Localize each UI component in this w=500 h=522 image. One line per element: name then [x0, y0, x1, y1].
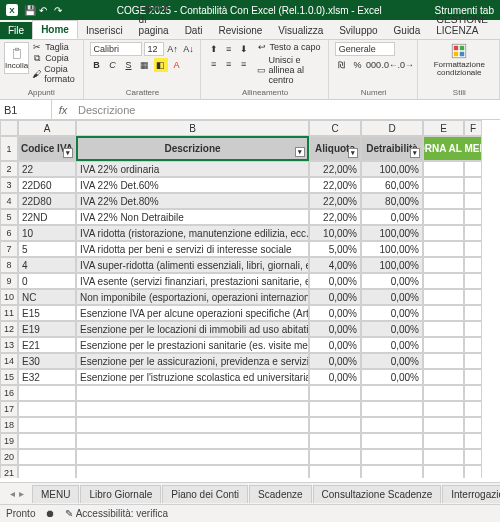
col-header[interactable]: C [309, 120, 361, 136]
cell[interactable]: 0,00% [361, 273, 423, 289]
ribbon-tab-sviluppo[interactable]: Sviluppo [331, 22, 385, 39]
row-header[interactable]: 18 [0, 417, 18, 433]
cell[interactable]: IVA 22% Det.80% [76, 193, 309, 209]
cell[interactable] [423, 193, 464, 209]
merge-button[interactable]: ▭Unisci e allinea al centro [257, 55, 324, 85]
cell[interactable] [309, 449, 361, 465]
cell[interactable] [423, 385, 464, 401]
underline-button[interactable]: S [122, 58, 136, 72]
cell[interactable]: IVA ridotta (ristorazione, manutenzione … [76, 225, 309, 241]
cell[interactable] [423, 289, 464, 305]
row-header[interactable]: 7 [0, 241, 18, 257]
cell[interactable]: 100,00% [361, 241, 423, 257]
filter-dropdown-icon[interactable]: ▾ [295, 147, 305, 157]
cell[interactable] [423, 257, 464, 273]
ribbon-tab-home[interactable]: Home [32, 20, 78, 39]
cell[interactable]: 0,00% [309, 337, 361, 353]
cell[interactable]: 0,00% [361, 305, 423, 321]
dec-decimal-icon[interactable]: .0→ [399, 58, 413, 72]
tab-nav-first-icon[interactable]: ◂ [10, 488, 15, 499]
cell[interactable] [18, 401, 76, 417]
col-header[interactable]: B [76, 120, 309, 136]
cell[interactable]: Esenzione per le assicurazioni, previden… [76, 353, 309, 369]
col-header[interactable]: F [464, 120, 482, 136]
ribbon-tab-acrobat[interactable]: Acrobat [496, 22, 500, 39]
row-header[interactable]: 2 [0, 161, 18, 177]
cell[interactable] [18, 433, 76, 449]
cell[interactable]: NC [18, 289, 76, 305]
cell[interactable]: 22,00% [309, 209, 361, 225]
cell[interactable] [464, 369, 482, 385]
cell[interactable] [464, 273, 482, 289]
cell[interactable]: IVA ridotta per beni e servizi di intere… [76, 241, 309, 257]
cell[interactable] [464, 193, 482, 209]
cell[interactable]: E21 [18, 337, 76, 353]
cell[interactable] [18, 417, 76, 433]
undo-icon[interactable]: ↶ [39, 5, 49, 15]
cell[interactable]: 100,00% [361, 257, 423, 273]
align-left-icon[interactable]: ≡ [207, 57, 221, 71]
row-header[interactable]: 4 [0, 193, 18, 209]
col-header[interactable] [0, 120, 18, 136]
cell[interactable] [423, 449, 464, 465]
align-right-icon[interactable]: ≡ [237, 57, 251, 71]
ribbon-tab-visualizza[interactable]: Visualizza [270, 22, 331, 39]
name-box[interactable]: B1 [0, 100, 52, 119]
cell[interactable]: 5,00% [309, 241, 361, 257]
cell[interactable] [423, 241, 464, 257]
sheet-tab[interactable]: Interrogazione Conti [442, 485, 500, 503]
cell[interactable] [423, 337, 464, 353]
ribbon-tab-gestione-licenza[interactable]: GESTIONE LICENZA [428, 11, 496, 39]
table-header-d[interactable]: Detraibilità▾ [361, 136, 423, 161]
percent-icon[interactable]: % [351, 58, 365, 72]
cell[interactable] [464, 465, 482, 478]
decrease-font-icon[interactable]: A↓ [182, 42, 196, 56]
row-header[interactable]: 17 [0, 401, 18, 417]
row-header[interactable]: 12 [0, 321, 18, 337]
font-select[interactable]: Calibri [90, 42, 142, 56]
fill-color-button[interactable]: ◧ [154, 58, 168, 72]
align-center-icon[interactable]: ≡ [222, 57, 236, 71]
cell[interactable]: 22 [18, 161, 76, 177]
font-size-select[interactable]: 12 [144, 42, 164, 56]
copy-button[interactable]: ⧉Copia [32, 53, 78, 63]
italic-button[interactable]: C [106, 58, 120, 72]
cell[interactable] [464, 417, 482, 433]
cell[interactable] [464, 209, 482, 225]
cell[interactable]: 0,00% [309, 321, 361, 337]
row-header[interactable]: 13 [0, 337, 18, 353]
ribbon-tab-file[interactable]: File [0, 22, 32, 39]
cell[interactable] [361, 385, 423, 401]
cell[interactable] [76, 401, 309, 417]
cell[interactable] [361, 433, 423, 449]
cell[interactable] [76, 449, 309, 465]
row-header[interactable]: 5 [0, 209, 18, 225]
cell[interactable]: 100,00% [361, 225, 423, 241]
sheet-tab[interactable]: MENU [32, 485, 79, 503]
filter-dropdown-icon[interactable]: ▾ [63, 148, 73, 158]
cell[interactable]: Esenzione per le prestazioni sanitarie (… [76, 337, 309, 353]
cell[interactable] [464, 225, 482, 241]
cell[interactable] [309, 401, 361, 417]
sheet-tab[interactable]: Scadenze [249, 485, 311, 503]
cell[interactable]: IVA super-ridotta (alimenti essenziali, … [76, 257, 309, 273]
tab-nav-prev-icon[interactable]: ▸ [19, 488, 24, 499]
cell[interactable] [464, 401, 482, 417]
row-header[interactable]: 19 [0, 433, 18, 449]
filter-dropdown-icon[interactable]: ▾ [348, 148, 358, 158]
cell[interactable]: 22,00% [309, 161, 361, 177]
number-format-select[interactable]: Generale [335, 42, 395, 56]
row-header[interactable]: 11 [0, 305, 18, 321]
cell[interactable]: 0,00% [309, 289, 361, 305]
cell[interactable] [423, 273, 464, 289]
cell[interactable]: 22,00% [309, 177, 361, 193]
ribbon-tab-revisione[interactable]: Revisione [210, 22, 270, 39]
col-header[interactable]: E [423, 120, 464, 136]
cell[interactable] [76, 385, 309, 401]
cell[interactable]: Esenzione IVA per alcune operazioni spec… [76, 305, 309, 321]
ribbon-tab-dati[interactable]: Dati [177, 22, 211, 39]
cell[interactable]: Non imponibile (esportazioni, operazioni… [76, 289, 309, 305]
cell[interactable]: 10 [18, 225, 76, 241]
row-header[interactable]: 6 [0, 225, 18, 241]
cell[interactable] [361, 401, 423, 417]
